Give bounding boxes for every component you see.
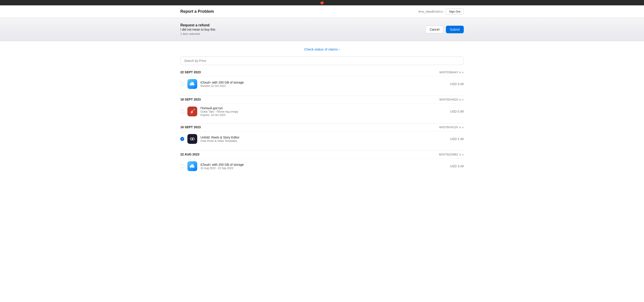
header-right: lena_silya@mail.ru Sign Out — [418, 8, 464, 14]
refund-reason: I did not mean to buy this — [180, 28, 215, 31]
group-order-id[interactable]: MX5TBVH5Z0 ∨ — [440, 98, 464, 101]
item-subtitle: Renews 22 Oct 2023 — [200, 84, 447, 88]
group-header: 22 AUG 2023MX5T92ZWBZ ∨ — [180, 153, 464, 156]
refund-info: Request a refund I did not mean to buy t… — [180, 23, 215, 35]
item-select-radio[interactable] — [180, 82, 184, 86]
item-details: iCloud+ with 200 GB of storageRenews 22 … — [200, 81, 447, 88]
group-date: 18 SEPT 2023 — [180, 98, 200, 101]
group-header: 22 SEPT 2023MX5TD56H4Y ∨ — [180, 70, 464, 74]
refund-banner: Request a refund I did not mean to buy t… — [0, 18, 644, 41]
group-order-id[interactable]: MX5TD56H4Y ∨ — [440, 71, 464, 74]
page-title: Report a Problem — [180, 9, 214, 14]
cancel-button[interactable]: Cancel — [425, 26, 444, 33]
search-section — [180, 56, 464, 65]
purchase-item: Unfold: Reels & Story EditorInsta Photo … — [180, 131, 464, 147]
group-order-id[interactable]: MX5T92ZWBZ ∨ — [439, 153, 464, 156]
refund-selected-count: 1 item selected — [180, 32, 215, 35]
mac-bar: 🍎 — [0, 0, 644, 5]
refund-title: Request a refund — [180, 23, 215, 27]
purchase-item: iCloud+ with 200 GB of storage22 Aug 202… — [180, 158, 464, 174]
item-details: Unfold: Reels & Story EditorInsta Photo … — [200, 136, 447, 143]
item-price: USD 3.49 — [450, 164, 464, 168]
group-divider — [180, 96, 464, 96]
purchase-group: 22 AUG 2023MX5T92ZWBZ ∨ iCloud+ with 200… — [180, 153, 464, 174]
group-date: 22 SEPT 2023 — [180, 70, 200, 74]
item-name: iCloud+ with 200 GB of storage — [200, 163, 447, 166]
item-price: USD 2.49 — [450, 137, 464, 141]
item-price: USD 3.49 — [450, 82, 464, 86]
group-header: 18 SEPT 2023MX5TBVH5Z0 ∨ — [180, 98, 464, 101]
main-content: Check status of claims › 22 SEPT 2023MX5… — [0, 41, 644, 174]
purchase-item: iCloud+ with 200 GB of storageRenews 22 … — [180, 76, 464, 92]
item-select-radio[interactable] — [180, 137, 184, 141]
item-name: iCloud+ with 200 GB of storage — [200, 81, 447, 84]
item-details: iCloud+ with 200 GB of storage22 Aug 202… — [200, 163, 447, 170]
item-subtitle: Guitar Tabs - Песни под гитару — [200, 110, 447, 113]
group-date: 16 SEPT 2023 — [180, 125, 200, 129]
refund-actions: Cancel Submit — [425, 26, 464, 33]
group-order-id[interactable]: MX5TBVH13V ∨ — [439, 126, 464, 129]
item-name: Полный доступ — [200, 106, 447, 110]
purchase-group: 22 SEPT 2023MX5TD56H4Y ∨ iCloud+ with 20… — [180, 70, 464, 92]
item-name: Unfold: Reels & Story Editor — [200, 136, 447, 139]
apple-icon: 🍎 — [320, 1, 324, 4]
submit-button[interactable]: Submit — [446, 26, 464, 33]
item-subtitle: 22 Aug 2023 - 22 Sep 2023 — [200, 167, 447, 170]
group-divider — [180, 151, 464, 151]
item-select-radio[interactable] — [180, 164, 184, 168]
group-divider — [180, 123, 464, 124]
item-subtitle2: Expires: 16 Oct 2023 — [200, 113, 447, 117]
item-price: USD 0.99 — [450, 110, 464, 113]
group-date: 22 AUG 2023 — [180, 153, 199, 156]
purchase-group: 18 SEPT 2023MX5TBVH5Z0 ∨ 🎸 Полный доступ… — [180, 98, 464, 119]
purchase-item: 🎸 Полный доступGuitar Tabs - Песни под г… — [180, 103, 464, 119]
item-select-radio[interactable] — [180, 109, 184, 113]
purchase-group: 16 SEPT 2023MX5TBVH13V ∨ Unfold: Reels &… — [180, 125, 464, 147]
user-email: lena_silya@mail.ru — [418, 10, 443, 13]
header: Report a Problem lena_silya@mail.ru Sign… — [0, 5, 644, 18]
item-details: Полный доступGuitar Tabs - Песни под гит… — [200, 106, 447, 117]
check-status-link[interactable]: Check status of claims › — [304, 47, 340, 51]
item-subtitle: Insta Photo & Video Templates — [200, 139, 447, 143]
sign-out-button[interactable]: Sign Out — [446, 8, 464, 14]
purchase-list: 22 SEPT 2023MX5TD56H4Y ∨ iCloud+ with 20… — [180, 70, 464, 174]
check-status-section: Check status of claims › — [180, 41, 464, 56]
search-input[interactable] — [180, 56, 464, 65]
group-header: 16 SEPT 2023MX5TBVH13V ∨ — [180, 125, 464, 129]
